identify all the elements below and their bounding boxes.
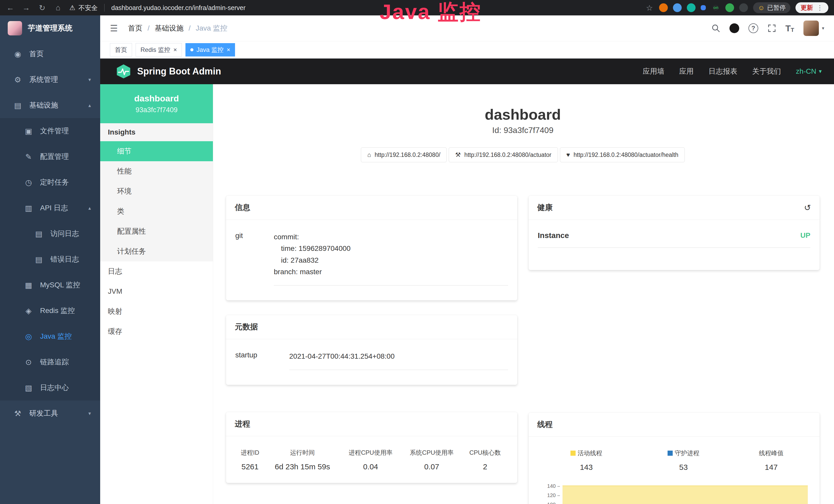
menu-item-details[interactable]: 细节 (100, 141, 213, 161)
app-brand: 芋道管理系统 (0, 16, 100, 41)
sidebar-item-access-logs[interactable]: ▤ 访问日志 (0, 221, 100, 247)
sba-brand-title[interactable]: Spring Boot Admin (137, 66, 221, 77)
history-icon[interactable]: ↺ (804, 203, 811, 212)
update-label: 更新 (800, 4, 813, 12)
gear-icon: ⚙ (13, 75, 23, 84)
extension-icon[interactable] (673, 3, 682, 12)
menu-item-logfile[interactable]: 日志 (100, 261, 213, 281)
legend-peak-threads: 线程峰值 (732, 448, 810, 463)
tag-label: Redis 监控 (140, 46, 170, 54)
sidebar-item-file-management[interactable]: ▣ 文件管理 (0, 118, 100, 144)
menu-item-environment[interactable]: 环境 (100, 181, 213, 201)
topbar-actions: ? TT ▾ (711, 21, 824, 36)
sidebar-item-config-management[interactable]: ✎ 配置管理 (0, 144, 100, 169)
extension-on-icon[interactable]: on (713, 5, 718, 10)
sidebar-item-mysql-monitor[interactable]: ▦ MySQL 监控 (0, 272, 100, 298)
menu-item-configprops[interactable]: 配置属性 (100, 221, 213, 241)
sidebar-item-log-center[interactable]: ▧ 日志中心 (0, 375, 100, 400)
instance-home-link[interactable]: ⌂ http://192.168.0.2:48080/ (361, 147, 447, 162)
live-threads-swatch (570, 451, 576, 456)
sidebar-item-scheduled-jobs[interactable]: ◷ 定时任务 (0, 169, 100, 195)
tag-redis-monitor[interactable]: Redis 监控 × (136, 43, 182, 56)
y-tick-mark (557, 486, 560, 486)
security-chip[interactable]: ⚠ 不安全 (69, 4, 97, 12)
extension-icon[interactable] (659, 3, 668, 12)
tags-view-bar: 首页 Redis 监控 × Java 监控 × (100, 41, 834, 59)
back-icon[interactable]: ← (6, 3, 15, 12)
github-icon[interactable] (729, 23, 739, 33)
extension-icon[interactable] (725, 3, 734, 12)
search-icon[interactable] (711, 24, 720, 32)
sba-navbar: Spring Boot Admin 应用墙 应用 日志报表 关于我们 zh-CN… (100, 59, 834, 84)
hamburger-icon[interactable]: ☰ (110, 23, 118, 33)
sidebar-item-label: 日志中心 (40, 383, 69, 393)
breadcrumb-item[interactable]: 基础设施 (155, 23, 183, 33)
locale-selector[interactable]: zh-CN ▾ (796, 67, 822, 75)
sba-nav-wallboard[interactable]: 应用墙 (643, 67, 664, 76)
sba-nav-about[interactable]: 关于我们 (752, 67, 781, 76)
sidebar-item-java-monitor[interactable]: ◎ Java 监控 (0, 323, 100, 349)
sba-nav-journal[interactable]: 日志报表 (709, 67, 738, 76)
screen: ← → ↻ ⌂ ⚠ 不安全 dashboard.yudao.iocoder.cn… (0, 0, 834, 504)
paused-label: 已暂停 (767, 4, 786, 12)
tag-java-monitor[interactable]: Java 监控 × (185, 43, 235, 56)
link-label: http://192.168.0.2:48080/actuator (464, 152, 551, 158)
menu-item-classes[interactable]: 类 (100, 201, 213, 221)
font-size-icon[interactable]: TT (786, 23, 794, 33)
address-bar[interactable]: dashboard.yudao.iocoder.cn/infra/admin-s… (111, 4, 638, 12)
edit-icon: ✎ (24, 152, 34, 161)
font-size-big: T (786, 23, 791, 33)
avatar (804, 21, 819, 36)
instance-actuator-link[interactable]: ⚒ http://192.168.0.2:48080/actuator (449, 147, 557, 162)
user-menu[interactable]: ▾ (804, 21, 824, 36)
instance-header[interactable]: dashboard 93a3fc7f7409 (100, 84, 213, 123)
card-header: 健康 ↺ (529, 196, 820, 220)
chevron-down-icon: ▾ (88, 76, 91, 83)
system-cpu: 0.07 (401, 462, 462, 471)
dashboard-icon: ◉ (13, 49, 23, 59)
sidebar-item-label: 文件管理 (40, 126, 69, 136)
home-icon[interactable]: ⌂ (53, 3, 63, 12)
help-icon[interactable]: ? (748, 23, 758, 33)
cpu-cores: 2 (462, 462, 508, 471)
sidebar-item-infrastructure[interactable]: ▤ 基础设施 ▴ (0, 92, 100, 118)
sidebar-item-tracing[interactable]: ⊙ 链路追踪 (0, 349, 100, 375)
sidebar-item-system-management[interactable]: ⚙ 系统管理 ▾ (0, 67, 100, 92)
sidebar-item-error-logs[interactable]: ▤ 错误日志 (0, 247, 100, 272)
profile-paused-chip[interactable]: ☺ 已暂停 (753, 2, 790, 13)
close-icon[interactable]: × (226, 46, 230, 53)
breadcrumb-item-current: Java 监控 (196, 23, 227, 33)
card-title: 元数据 (226, 315, 517, 339)
sidebar-item-label: 访问日志 (50, 229, 79, 238)
sidebar-item-api-logs[interactable]: ▥ API 日志 ▴ (0, 195, 100, 221)
menu-item-metrics[interactable]: 性能 (100, 161, 213, 181)
instance-links: ⌂ http://192.168.0.2:48080/ ⚒ http://192… (226, 147, 820, 162)
sidebar-item-dev-tools[interactable]: ⚒ 研发工具 ▾ (0, 400, 100, 426)
sba-main-content: dashboard Id: 93a3fc7f7409 ⌂ http://192.… (213, 84, 834, 504)
instance-health-link[interactable]: ♥ http://192.168.0.2:48080/actuator/heal… (560, 147, 685, 162)
extension-icon[interactable] (701, 5, 706, 10)
menu-item-mappings[interactable]: 映射 (100, 301, 213, 321)
sba-nav-applications[interactable]: 应用 (679, 67, 694, 76)
tag-home[interactable]: 首页 (110, 43, 132, 56)
forward-icon[interactable]: → (22, 3, 31, 12)
sidebar-item-label: 链路追踪 (40, 357, 69, 367)
fullscreen-icon[interactable] (767, 24, 776, 32)
bookmark-star-icon[interactable]: ☆ (645, 3, 654, 12)
sba-sidebar: dashboard 93a3fc7f7409 Insights 细节 性能 环境… (100, 84, 213, 504)
card-body: 活动线程 守护进程 线程峰值 143 (529, 437, 820, 504)
extension-icon[interactable] (739, 3, 748, 12)
sba-body: dashboard 93a3fc7f7409 Insights 细节 性能 环境… (100, 84, 834, 504)
sidebar-item-home[interactable]: ◉ 首页 (0, 41, 100, 67)
chevron-down-icon: ▾ (819, 68, 822, 75)
chrome-update-button[interactable]: 更新 ⋮ (795, 2, 828, 13)
menu-item-scheduled-tasks[interactable]: 计划任务 (100, 241, 213, 261)
extension-icon[interactable] (687, 3, 696, 12)
threads-legend: 活动线程 守护进程 线程峰值 143 (538, 448, 811, 472)
menu-item-jvm[interactable]: JVM (100, 281, 213, 301)
breadcrumb-item[interactable]: 首页 (128, 23, 142, 33)
sidebar-item-redis-monitor[interactable]: ◈ Redis 监控 (0, 298, 100, 323)
reload-icon[interactable]: ↻ (38, 3, 47, 12)
close-icon[interactable]: × (173, 46, 177, 53)
menu-item-caches[interactable]: 缓存 (100, 321, 213, 342)
